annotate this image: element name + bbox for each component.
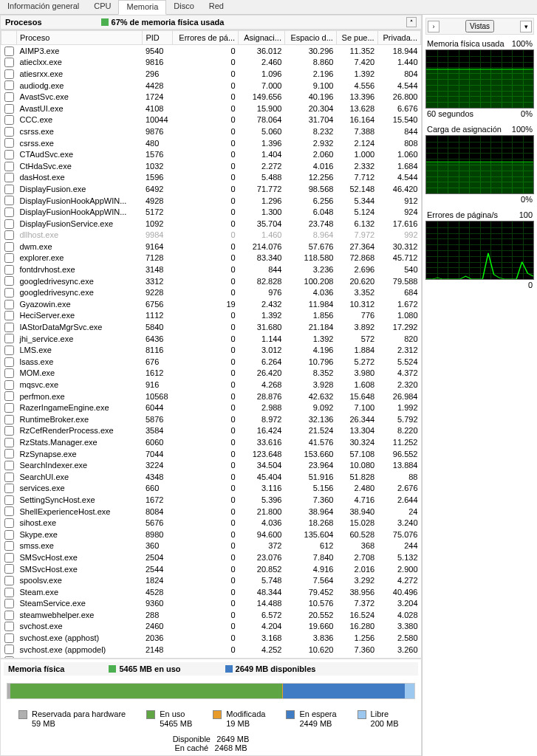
row-checkbox[interactable]: [4, 368, 14, 378]
row-checkbox[interactable]: [4, 518, 14, 528]
table-row[interactable]: services.exe66003.1165.1562.4802.676: [1, 483, 421, 495]
table-row[interactable]: IAStorDataMgrSvc.exe5840031.68021.1843.8…: [1, 321, 421, 333]
row-checkbox[interactable]: [4, 138, 14, 148]
col-header[interactable]: PID: [143, 31, 173, 45]
table-row[interactable]: RzCefRenderProcess.exe3584016.42421.5241…: [1, 425, 421, 437]
table-row[interactable]: RzStats.Manager.exe6060033.61641.57630.3…: [1, 436, 421, 448]
table-row[interactable]: steamwebhelper.exe28806.57220.55216.5244…: [1, 609, 421, 621]
table-row[interactable]: atiesrxx.exe29601.0962.1961.392804: [1, 68, 421, 80]
row-checkbox[interactable]: [4, 150, 14, 159]
row-checkbox[interactable]: [4, 207, 14, 217]
table-row[interactable]: LMS.exe811603.0124.1961.8842.312: [1, 344, 421, 356]
processes-header[interactable]: Procesos 67% de memoria física usada ˄: [0, 15, 422, 30]
row-checkbox[interactable]: [4, 276, 14, 286]
row-checkbox[interactable]: [4, 588, 14, 597]
table-row[interactable]: audiodg.exe442807.0009.1004.5564.544: [1, 80, 421, 92]
row-checkbox[interactable]: [4, 162, 14, 171]
table-row[interactable]: csrss.exe987605.0608.2327.388844: [1, 126, 421, 137]
row-checkbox[interactable]: [4, 530, 14, 540]
row-checkbox[interactable]: [4, 230, 14, 240]
col-header[interactable]: Privada...: [377, 31, 420, 45]
table-row[interactable]: perfmon.exe10568028.87642.63215.64826.98…: [1, 391, 421, 402]
row-checkbox[interactable]: [4, 58, 14, 67]
views-button[interactable]: Vistas: [465, 20, 494, 32]
row-checkbox[interactable]: [4, 173, 14, 182]
table-row[interactable]: smss.exe3600372612368244: [1, 540, 421, 552]
chevron-up-icon[interactable]: ˄: [406, 17, 417, 27]
row-checkbox[interactable]: [4, 495, 14, 505]
row-checkbox[interactable]: [4, 357, 14, 367]
table-row[interactable]: csrss.exe48001.3962.9322.124808: [1, 137, 421, 149]
row-checkbox[interactable]: [4, 449, 14, 458]
table-row[interactable]: lsass.exe67606.26410.7965.2725.524: [1, 356, 421, 368]
table-row[interactable]: Steam.exe4528048.34479.45238.95640.496: [1, 586, 421, 598]
col-header[interactable]: Proceso: [17, 31, 143, 45]
table-row[interactable]: SearchUI.exe4348045.40451.91651.82888: [1, 471, 421, 483]
table-row[interactable]: SettingSyncHost.exe167205.3967.3604.7162…: [1, 494, 421, 506]
table-row[interactable]: RuntimeBroker.exe587608.97232.13626.3445…: [1, 413, 421, 425]
row-checkbox[interactable]: [4, 645, 14, 654]
row-checkbox[interactable]: [4, 576, 14, 585]
row-checkbox[interactable]: [4, 461, 14, 470]
table-row[interactable]: spoolsv.exe182405.7487.5643.2924.272: [1, 574, 421, 586]
row-checkbox[interactable]: [4, 311, 14, 320]
row-checkbox[interactable]: [4, 415, 14, 425]
col-header[interactable]: Espacio d...: [284, 31, 336, 45]
row-checkbox[interactable]: [4, 69, 14, 79]
table-row[interactable]: DisplayFusionHookAppWIN...492801.2966.25…: [1, 195, 421, 207]
row-checkbox[interactable]: [4, 438, 14, 447]
row-checkbox[interactable]: [4, 622, 14, 631]
row-checkbox[interactable]: [4, 380, 14, 390]
tab-red[interactable]: Red: [202, 0, 231, 14]
table-row[interactable]: RzSynapse.exe70440123.648153.66057.10896…: [1, 448, 421, 460]
row-checkbox[interactable]: [4, 253, 14, 263]
table-row[interactable]: jhi_service.exe643601.1441.392572820: [1, 333, 421, 345]
row-checkbox[interactable]: [4, 426, 14, 436]
table-row[interactable]: CTAudSvc.exe157601.4042.0601.0001.060: [1, 148, 421, 160]
table-row[interactable]: mqsvc.exe91604.2683.9281.6082.320: [1, 379, 421, 391]
table-row[interactable]: fontdrvhost.exe314808443.2362.696540: [1, 264, 421, 275]
tab-disco[interactable]: Disco: [166, 0, 202, 14]
col-header[interactable]: Se pue...: [336, 31, 377, 45]
table-row[interactable]: dasHost.exe159605.48812.2567.7124.544: [1, 172, 421, 184]
table-row[interactable]: explorer.exe7128083.340118.58072.86845.7…: [1, 252, 421, 264]
row-checkbox[interactable]: [4, 196, 14, 205]
row-checkbox[interactable]: [4, 104, 14, 114]
table-row[interactable]: CCC.exe10044078.06431.70416.16415.540: [1, 114, 421, 126]
table-row[interactable]: svchost.exe (appmodel)214804.25210.6207.…: [1, 644, 421, 656]
row-checkbox[interactable]: [4, 300, 14, 309]
row-checkbox[interactable]: [4, 403, 14, 413]
row-checkbox[interactable]: [4, 484, 14, 493]
table-row[interactable]: svchost.exe (apphost)203603.1683.8361.25…: [1, 632, 421, 644]
row-checkbox[interactable]: [4, 185, 14, 194]
table-row[interactable]: ShellExperienceHost.exe8084021.80038.964…: [1, 506, 421, 518]
table-row[interactable]: svchost.exe246004.20419.66016.2803.380: [1, 621, 421, 633]
table-row[interactable]: SMSvcHost.exe2504023.0767.8402.7085.132: [1, 551, 421, 563]
table-row[interactable]: dllhost.exe998401.4608.9647.972992: [1, 230, 421, 241]
table-row[interactable]: RazerIngameEngine.exe604402.9889.0927.10…: [1, 402, 421, 413]
table-row[interactable]: AvastSvc.exe17240149.65640.19613.39626.8…: [1, 91, 421, 103]
row-checkbox[interactable]: [4, 564, 14, 574]
table-row[interactable]: DisplayFusionHookAppWIN...517201.3006.04…: [1, 206, 421, 218]
table-row[interactable]: googledrivesync.exe3312082.828100.20820.…: [1, 275, 421, 287]
table-row[interactable]: AIMP3.exe9540036.01230.29611.35218.944: [1, 45, 421, 57]
table-row[interactable]: DisplayFusionService.exe1092035.70423.74…: [1, 218, 421, 230]
table-row[interactable]: Gyazowin.exe6756192.43211.98410.3121.672: [1, 298, 421, 310]
row-checkbox[interactable]: [4, 633, 14, 643]
row-checkbox[interactable]: [4, 127, 14, 137]
row-checkbox[interactable]: [4, 288, 14, 298]
nav-right-icon[interactable]: ›: [428, 21, 439, 32]
row-checkbox[interactable]: [4, 472, 14, 482]
row-checkbox[interactable]: [4, 599, 14, 608]
row-checkbox[interactable]: [4, 47, 14, 56]
row-checkbox[interactable]: [4, 323, 14, 332]
table-row[interactable]: CtHdaSvc.exe103202.2724.0162.3321.684: [1, 160, 421, 172]
row-checkbox[interactable]: [4, 346, 14, 355]
row-checkbox[interactable]: [4, 553, 14, 563]
row-checkbox[interactable]: [4, 115, 14, 125]
table-row[interactable]: HeciServer.exe111201.3921.8567761.080: [1, 310, 421, 322]
table-row[interactable]: atieclxx.exe981602.4608.8607.4201.440: [1, 57, 421, 69]
table-row[interactable]: sihost.exe567604.03618.26815.0283.240: [1, 517, 421, 529]
tab-memoria[interactable]: Memoria: [118, 0, 166, 15]
row-checkbox[interactable]: [4, 80, 14, 90]
